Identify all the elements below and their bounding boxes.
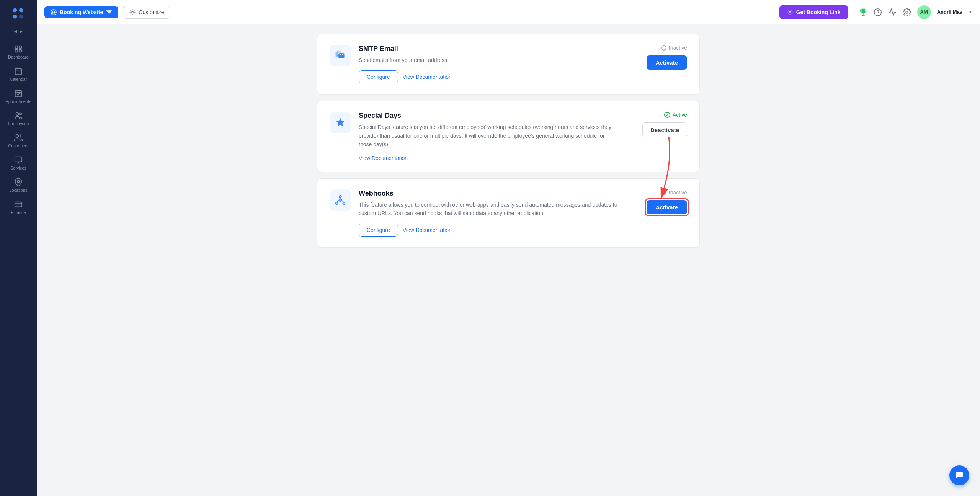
webhooks-desc: This feature allows you to connect with … bbox=[359, 201, 619, 218]
chat-bubble-button[interactable] bbox=[949, 465, 969, 485]
smtp-email-status-badge: Inactive bbox=[661, 45, 687, 51]
sidebar: ◀ ▶ Dashboard Calendar Appointments Empl… bbox=[0, 0, 37, 496]
special-days-title: Special Days bbox=[359, 112, 626, 120]
customize-button[interactable]: Customize bbox=[123, 6, 170, 19]
svg-rect-8 bbox=[15, 69, 22, 75]
special-days-status-check bbox=[664, 112, 670, 118]
svg-point-34 bbox=[339, 195, 341, 197]
svg-point-16 bbox=[16, 135, 19, 137]
special-days-desc: Special Days feature lets you set differ… bbox=[359, 123, 619, 148]
webhooks-title: Webhooks bbox=[359, 189, 626, 197]
svg-rect-4 bbox=[15, 46, 18, 48]
smtp-status-label: Inactive bbox=[669, 45, 687, 51]
user-avatar[interactable]: AM bbox=[917, 5, 931, 19]
smtp-view-docs-button[interactable]: View Documentation bbox=[403, 74, 452, 80]
sidebar-item-locations[interactable]: Locations bbox=[0, 174, 37, 196]
webhooks-activate-button[interactable]: Activate bbox=[647, 200, 687, 214]
webhooks-status-badge: Inactive bbox=[661, 189, 687, 196]
svg-point-2 bbox=[13, 15, 17, 19]
topbar-icons: AM Andrii Mav ▼ bbox=[859, 5, 972, 19]
sidebar-label-finance: Finance bbox=[11, 210, 26, 215]
svg-point-1 bbox=[19, 8, 23, 13]
special-days-icon bbox=[335, 117, 346, 128]
webhooks-icon bbox=[335, 195, 346, 206]
get-booking-link-button[interactable]: Get Booking Link bbox=[779, 5, 848, 19]
svg-point-15 bbox=[20, 113, 22, 115]
svg-point-20 bbox=[17, 180, 20, 183]
special-days-actions: View Documentation bbox=[359, 155, 626, 161]
smtp-email-desc: Send emails from your email address. bbox=[359, 56, 619, 64]
webhooks-icon-wrap bbox=[330, 189, 351, 211]
smtp-email-card: SMTP Email Send emails from your email a… bbox=[317, 34, 700, 95]
sidebar-item-finance[interactable]: Finance bbox=[0, 196, 37, 219]
svg-point-33 bbox=[343, 202, 345, 204]
special-days-body: Special Days Special Days feature lets y… bbox=[359, 112, 626, 161]
trophy-icon bbox=[859, 8, 867, 16]
webhooks-view-docs-button[interactable]: View Documentation bbox=[403, 227, 452, 233]
sidebar-item-dashboard[interactable]: Dashboard bbox=[0, 41, 37, 63]
sidebar-item-customers[interactable]: Customers bbox=[0, 130, 37, 152]
sidebar-label-calendar: Calendar bbox=[10, 77, 27, 82]
sidebar-collapse[interactable]: ◀ ▶ bbox=[14, 29, 23, 33]
special-days-status-area: Active Deactivate bbox=[634, 112, 687, 161]
sidebar-label-customers: Customers bbox=[8, 144, 28, 148]
svg-rect-12 bbox=[15, 91, 22, 97]
settings-icon[interactable] bbox=[903, 8, 911, 16]
sidebar-item-employees[interactable]: Employees bbox=[0, 108, 37, 130]
svg-point-24 bbox=[132, 11, 133, 13]
webhooks-activate-wrapper: Activate bbox=[647, 200, 687, 214]
smtp-email-icon-wrap bbox=[330, 45, 351, 66]
smtp-email-actions: Configure View Documentation bbox=[359, 70, 626, 83]
chat-icon bbox=[955, 471, 964, 480]
topbar: Booking Website Customize Get Booking Li… bbox=[37, 0, 980, 24]
sidebar-label-employees: Employees bbox=[8, 121, 29, 126]
svg-rect-5 bbox=[19, 46, 21, 48]
svg-rect-7 bbox=[19, 50, 21, 52]
user-name-label[interactable]: Andrii Mav bbox=[937, 9, 962, 15]
smtp-status-dot bbox=[661, 45, 666, 51]
sidebar-item-appointments[interactable]: Appointments bbox=[0, 85, 37, 108]
sidebar-label-services: Services bbox=[10, 166, 26, 170]
booking-website-button[interactable]: Booking Website bbox=[44, 6, 118, 18]
sidebar-label-appointments: Appointments bbox=[5, 99, 31, 104]
user-menu-chevron[interactable]: ▼ bbox=[969, 10, 972, 14]
smtp-email-status-area: Inactive Activate bbox=[634, 45, 687, 83]
smtp-configure-button[interactable]: Configure bbox=[359, 70, 398, 83]
svg-point-3 bbox=[19, 15, 23, 19]
sidebar-item-calendar[interactable]: Calendar bbox=[0, 63, 37, 85]
app-logo bbox=[9, 5, 28, 23]
sidebar-item-services[interactable]: Services bbox=[0, 152, 37, 174]
webhooks-actions: Configure View Documentation bbox=[359, 224, 626, 237]
webhooks-status-dot bbox=[661, 190, 666, 195]
smtp-email-title: SMTP Email bbox=[359, 45, 626, 53]
smtp-activate-button[interactable]: Activate bbox=[647, 55, 687, 70]
special-days-status-badge: Active bbox=[664, 112, 687, 118]
help-icon[interactable] bbox=[874, 8, 882, 16]
special-days-card: Special Days Special Days feature lets y… bbox=[317, 101, 700, 172]
webhooks-body: Webhooks This feature allows you to conn… bbox=[359, 189, 626, 237]
svg-rect-21 bbox=[15, 202, 22, 207]
content-area: SMTP Email Send emails from your email a… bbox=[37, 24, 980, 496]
smtp-email-body: SMTP Email Send emails from your email a… bbox=[359, 45, 626, 83]
svg-rect-17 bbox=[15, 157, 22, 162]
webhooks-status-label: Inactive bbox=[669, 189, 687, 196]
main-wrapper: Booking Website Customize Get Booking Li… bbox=[37, 0, 980, 496]
svg-point-0 bbox=[13, 8, 17, 13]
activity-icon[interactable] bbox=[888, 8, 897, 16]
special-days-status-label: Active bbox=[673, 112, 687, 118]
svg-point-32 bbox=[336, 202, 338, 204]
features-list: SMTP Email Send emails from your email a… bbox=[317, 34, 700, 248]
special-days-deactivate-button[interactable]: Deactivate bbox=[642, 122, 687, 137]
webhooks-card: Webhooks This feature allows you to conn… bbox=[317, 178, 700, 248]
smtp-email-icon bbox=[335, 50, 346, 61]
sidebar-label-dashboard: Dashboard bbox=[8, 55, 29, 59]
svg-rect-6 bbox=[15, 50, 18, 52]
svg-point-14 bbox=[16, 113, 19, 115]
special-days-view-docs-button[interactable]: View Documentation bbox=[359, 155, 408, 161]
webhooks-status-area: Inactive Activate bbox=[634, 189, 687, 237]
svg-point-27 bbox=[906, 11, 908, 13]
webhooks-configure-button[interactable]: Configure bbox=[359, 224, 398, 237]
sidebar-label-locations: Locations bbox=[9, 188, 27, 193]
special-days-icon-wrap bbox=[330, 112, 351, 133]
